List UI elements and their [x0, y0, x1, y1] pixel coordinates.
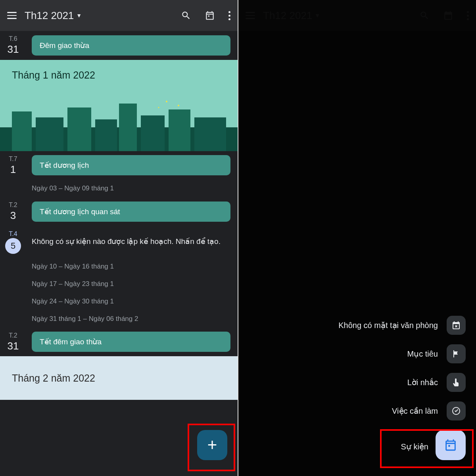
svg-point-10	[178, 105, 179, 106]
menu-goal[interactable]: Mục tiêu	[407, 344, 466, 363]
today-icon[interactable]	[205, 10, 215, 21]
week-range-label: Ngày 24 – Ngày 30 tháng 1	[0, 293, 238, 310]
event-chip[interactable]: Tết dương lịch	[32, 155, 230, 175]
event-chip[interactable]: Tết dương lịch quan sát	[32, 202, 230, 222]
event-chip[interactable]: Đêm giao thừa	[32, 35, 230, 56]
menu-out-of-office[interactable]: Không có mặt tại văn phòng	[338, 316, 466, 335]
month-banner-february: Tháng 2 năm 2022	[0, 356, 238, 400]
date-column: T.2 3	[0, 201, 26, 222]
date-column: T.6 31	[0, 35, 26, 56]
current-month-label: Th12 2021	[25, 10, 74, 22]
svg-rect-1	[12, 111, 32, 151]
annotation-highlight	[188, 424, 235, 471]
day-row: T.6 31 Đêm giao thừa	[0, 31, 238, 60]
date-column: T.7 1	[0, 155, 26, 176]
today-indicator: 5	[5, 238, 21, 254]
check-circle-icon	[447, 401, 466, 420]
search-icon[interactable]	[181, 10, 191, 21]
svg-rect-3	[67, 107, 91, 151]
svg-point-9	[166, 101, 167, 102]
briefcase-x-icon	[447, 316, 466, 335]
calendar-home-panel: Th12 2021 ▼ T.6 31 Đêm giao thừa Tháng 1…	[0, 0, 238, 476]
skyline-art	[0, 96, 238, 151]
date-column: T.2 31	[0, 332, 26, 353]
create-menu: Không có mặt tại văn phòng Mục tiêu Lời …	[338, 316, 466, 420]
svg-rect-4	[95, 119, 117, 151]
annotation-highlight	[380, 429, 474, 468]
today-row[interactable]: T.4 5 Không có sự kiện nào được lập kế h…	[0, 226, 238, 258]
day-row: T.2 3 Tết dương lịch quan sát	[0, 197, 238, 226]
day-row: T.7 1 Tết dương lịch	[0, 151, 238, 180]
menu-task[interactable]: Việc cần làm	[392, 401, 466, 420]
finger-icon	[447, 373, 466, 392]
week-range-label: Ngày 31 tháng 1 – Ngày 06 tháng 2	[0, 310, 238, 328]
month-banner-january: Tháng 1 năm 2022	[0, 60, 238, 151]
schedule-list[interactable]: T.6 31 Đêm giao thừa Tháng 1 năm 2022	[0, 31, 238, 400]
week-range-label: Ngày 17 – Ngày 23 tháng 1	[0, 275, 238, 293]
app-header: Th12 2021 ▼	[0, 0, 238, 31]
calendar-create-menu-panel: Th12 2021 ▼ Không có mặt tại văn phòng M…	[238, 0, 476, 476]
menu-icon[interactable]	[7, 12, 17, 19]
svg-rect-2	[36, 117, 63, 151]
svg-rect-8	[194, 117, 226, 151]
month-picker[interactable]: Th12 2021 ▼	[25, 10, 82, 22]
svg-rect-5	[119, 104, 137, 151]
flag-icon	[447, 344, 466, 363]
week-range-label: Ngày 10 – Ngày 16 tháng 1	[0, 258, 238, 275]
event-chip[interactable]: Tết đêm giao thừa	[32, 332, 230, 352]
menu-reminder[interactable]: Lời nhắc	[407, 373, 466, 392]
month-banner-title: Tháng 2 năm 2022	[12, 372, 95, 384]
more-icon[interactable]	[228, 11, 230, 20]
chevron-down-icon: ▼	[76, 12, 82, 19]
month-banner-title: Tháng 1 năm 2022	[12, 69, 95, 81]
week-range-label: Ngày 03 – Ngày 09 tháng 1	[0, 180, 238, 197]
no-event-text[interactable]: Không có sự kiện nào được lập kế hoạch. …	[32, 236, 230, 247]
date-column: T.4 5	[0, 230, 26, 254]
day-row: T.2 31 Tết đêm giao thừa	[0, 328, 238, 357]
svg-rect-7	[169, 109, 190, 151]
svg-point-11	[158, 107, 159, 108]
svg-rect-6	[141, 115, 165, 151]
